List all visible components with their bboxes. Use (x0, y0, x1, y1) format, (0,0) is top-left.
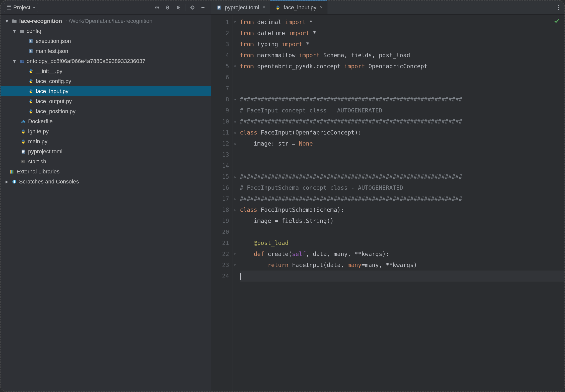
tree-item-label: face-recognition (19, 18, 62, 24)
svg-point-3 (157, 7, 158, 8)
tree-item-label: ontology_dc8f06af066e4a7880a593893323603… (27, 58, 145, 64)
svg-rect-25 (218, 6, 220, 7)
expand-all-icon[interactable] (163, 3, 172, 12)
tree-file[interactable]: ignite.py (1, 126, 211, 137)
tree-item-label: start.sh (28, 158, 46, 165)
svg-point-30 (558, 9, 559, 10)
svg-rect-16 (22, 151, 25, 152)
tree-file[interactable]: pyproject.toml (1, 147, 211, 157)
svg-rect-10 (22, 121, 22, 122)
tree-external-libraries[interactable]: External Libraries (1, 167, 211, 177)
svg-rect-20 (11, 170, 12, 174)
tree-file[interactable]: face_output.py (1, 96, 211, 106)
chevron-down-icon[interactable]: ▾ (12, 58, 17, 64)
tab-pyproject[interactable]: pyproject.toml × (211, 1, 270, 14)
tree-item-label: face_config.py (36, 78, 71, 85)
python-icon (28, 79, 34, 84)
tree-file[interactable]: {} execution.json (1, 36, 211, 46)
python-icon (28, 69, 34, 74)
tab-overflow-menu[interactable] (553, 1, 564, 14)
tree-item-label: Scratches and Consoles (19, 178, 79, 185)
folder-icon (11, 18, 18, 24)
ide-window: Project ▾ face-recognition ~/Work/Openfa… (0, 0, 565, 392)
shell-icon (20, 159, 27, 164)
tree-folder-ontology[interactable]: ▾ ontology_dc8f06af066e4a7880a5938933236… (1, 56, 211, 66)
tab-face-input[interactable]: face_input.py × (270, 1, 327, 14)
svg-rect-26 (218, 7, 220, 8)
tree-item-label: face_output.py (36, 98, 72, 105)
close-icon[interactable]: × (320, 5, 323, 10)
svg-rect-15 (22, 151, 25, 151)
project-tree[interactable]: ▾ face-recognition ~/Work/Openfabric/fac… (1, 15, 211, 391)
tree-item-label: face_input.py (36, 88, 68, 95)
python-icon (20, 139, 27, 144)
svg-rect-19 (10, 170, 11, 174)
tree-file[interactable]: start.sh (1, 157, 211, 167)
inspection-ok-icon[interactable] (553, 17, 560, 28)
tree-scratches[interactable]: ▸ Scratches and Consoles (1, 177, 211, 187)
json-icon: {} (28, 39, 34, 43)
tree-folder-config[interactable]: ▾ config (1, 26, 211, 36)
svg-rect-27 (218, 8, 220, 9)
editor-body[interactable]: 123456789101112131415161718192021222324 … (211, 15, 564, 391)
python-icon (20, 129, 27, 134)
tree-item-label: execution.json (36, 38, 71, 44)
svg-rect-11 (23, 121, 24, 122)
tree-file-selected[interactable]: face_input.py (1, 86, 211, 96)
svg-rect-23 (14, 180, 15, 183)
folder-icon (19, 29, 25, 34)
tree-file[interactable]: __init__.py (1, 66, 211, 76)
python-icon (28, 89, 34, 94)
project-selector-label: Project (13, 4, 30, 11)
project-sidebar: Project ▾ face-recognition ~/Work/Openfa… (1, 1, 211, 391)
fold-gutter[interactable]: ⊟⊟⊟⊟⊟⊟⊟⊟⊟⊟⊟ (233, 15, 238, 391)
svg-rect-21 (13, 170, 14, 174)
tree-item-path: ~/Work/Openfabric/face-recognition (65, 18, 152, 24)
toolbar-separator (185, 4, 185, 11)
tree-file[interactable]: Dockerfile (1, 116, 211, 126)
tree-file[interactable]: main.py (1, 137, 211, 147)
svg-point-28 (558, 5, 559, 6)
libraries-icon (9, 169, 15, 174)
python-icon (28, 99, 34, 104)
tree-file[interactable]: face_config.py (1, 76, 211, 86)
code-area[interactable]: from decimal import *from datetime impor… (238, 15, 564, 391)
svg-point-9 (22, 61, 24, 62)
tree-item-label: main.py (28, 138, 47, 145)
folder-icon (19, 59, 25, 64)
chevron-right-icon[interactable]: ▸ (4, 178, 10, 185)
collapse-all-icon[interactable] (174, 3, 183, 12)
line-number-gutter: 123456789101112131415161718192021222324 (211, 15, 233, 391)
tree-item-label: ignite.py (28, 128, 49, 135)
toml-icon (216, 5, 222, 10)
tree-file[interactable]: {} manifest.json (1, 46, 211, 56)
svg-text:{}: {} (30, 40, 32, 42)
close-icon[interactable]: × (263, 5, 265, 10)
chevron-down-icon[interactable]: ▾ (12, 28, 17, 34)
tree-file[interactable]: face_position.py (1, 106, 211, 116)
tree-item-label: External Libraries (17, 168, 59, 175)
docker-icon (20, 119, 27, 124)
chevron-down-icon (32, 6, 35, 9)
locate-icon[interactable] (153, 3, 162, 12)
editor-pane: pyproject.toml × face_input.py × 1234567… (211, 1, 564, 391)
tree-item-label: face_position.py (36, 108, 76, 115)
chevron-down-icon[interactable]: ▾ (4, 18, 10, 24)
python-icon (274, 5, 281, 10)
tree-item-label: Dockerfile (28, 118, 53, 125)
toml-icon (20, 149, 27, 154)
tree-root[interactable]: ▾ face-recognition ~/Work/Openfabric/fac… (1, 16, 211, 26)
kebab-icon (558, 5, 559, 10)
json-icon: {} (28, 49, 34, 53)
project-view-selector[interactable]: Project (4, 3, 38, 12)
tree-item-label: __init__.py (36, 68, 62, 75)
tree-item-label: manifest.json (36, 48, 68, 54)
tree-item-label: pyproject.toml (28, 148, 62, 155)
svg-rect-12 (23, 120, 24, 121)
gear-icon[interactable] (188, 3, 197, 12)
scratches-icon (11, 179, 18, 184)
tab-label: face_input.py (284, 4, 316, 11)
minimize-icon[interactable] (198, 3, 207, 12)
project-icon (7, 5, 11, 10)
svg-point-29 (558, 7, 559, 8)
